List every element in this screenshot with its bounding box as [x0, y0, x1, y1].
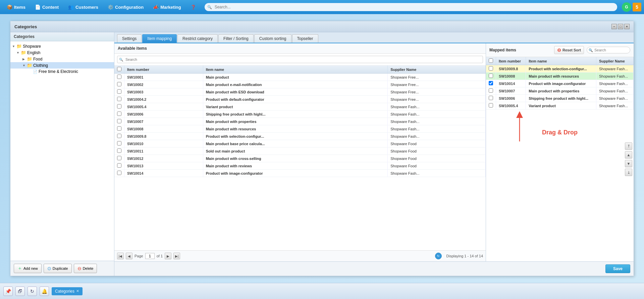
prev-page-button[interactable]: ◀ [126, 253, 132, 259]
move-top-button[interactable]: ⤒ [625, 142, 632, 150]
tab-custom-sorting[interactable]: Custom sorting [254, 34, 291, 43]
user-avatar[interactable]: G [622, 2, 631, 12]
mapped-row-checkbox[interactable] [489, 103, 493, 108]
mapped-item-name: Main product with properties [526, 87, 596, 95]
item-number: SW10010 [124, 140, 203, 147]
categories-sidebar: Categories ▼ 📁 Shopware ▼ 📁 English [10, 32, 114, 276]
tree-item-food[interactable]: ▶ 📁 Food [10, 56, 114, 62]
row-checkbox[interactable] [117, 126, 121, 131]
close-button[interactable]: × [624, 24, 630, 29]
tab-filter-sorting[interactable]: Filter / Sorting [218, 34, 254, 43]
minimize-button[interactable]: − [611, 24, 617, 29]
available-items-search-wrapper [114, 54, 486, 66]
row-checkbox[interactable] [117, 171, 121, 175]
sort-controls: ⤒ ▲ ▼ ⤓ [624, 57, 634, 261]
duplicate-button[interactable]: ⊙ Duplicate [44, 264, 72, 273]
notification-badge[interactable]: 5 [633, 3, 641, 11]
nav-help[interactable]: ❓ [186, 3, 200, 12]
row-checkbox[interactable] [117, 112, 121, 116]
row-checkbox[interactable] [117, 156, 121, 160]
delete-icon: ⊖ [77, 266, 82, 271]
row-checkbox[interactable] [117, 82, 121, 86]
expand-icon-clothing: ▼ [22, 64, 26, 67]
row-checkbox[interactable] [117, 89, 121, 94]
tab-item-mapping[interactable]: Item mapping [142, 34, 177, 43]
available-items-header: Available items [114, 43, 486, 54]
row-checkbox[interactable] [117, 134, 121, 138]
save-button[interactable]: Save [605, 264, 630, 273]
row-checkbox[interactable] [117, 163, 121, 168]
reset-sort-button[interactable]: ⊖ Reset Sort [554, 46, 584, 54]
nav-configuration[interactable]: ⚙️ Configuration [104, 2, 148, 12]
row-checkbox[interactable] [117, 75, 121, 79]
first-page-button[interactable]: |◀ [117, 253, 124, 259]
available-items-panel: Available items [114, 43, 486, 261]
available-item-row: SW10011 Sold out main product Shopware F… [114, 147, 486, 155]
taskbar-window-icon[interactable]: 🗗 [15, 287, 25, 296]
item-number: SW10003 [124, 88, 203, 96]
refresh-button[interactable]: ↻ [435, 253, 442, 259]
item-number: SW10008 [124, 125, 203, 133]
tree-label-freetime: Free time & Electronic [39, 69, 78, 74]
item-number: SW10005.4 [124, 103, 203, 111]
displaying-label: Displaying 1 - 14 of 14 [446, 254, 483, 258]
mapped-item-row: SW10005.4 Variant product Shopware Fash.… [486, 102, 634, 110]
tab-topseller[interactable]: Topseller [292, 34, 318, 43]
expand-icon-freetime: ▶ [29, 70, 32, 73]
tree-label-shopware: Shopware [23, 44, 41, 49]
delete-button[interactable]: ⊖ Delete [74, 264, 97, 273]
tab-restrict-category[interactable]: Restrict category [177, 34, 218, 43]
row-checkbox[interactable] [117, 119, 121, 123]
folder-icon-english: 📁 [21, 50, 26, 55]
mapped-row-checkbox[interactable] [489, 88, 493, 93]
move-down-button[interactable]: ▼ [625, 160, 632, 167]
taskbar-bell-icon[interactable]: 🔔 [40, 287, 49, 296]
select-all-checkbox[interactable] [117, 67, 121, 71]
next-page-button[interactable]: ▶ [165, 253, 171, 259]
mapped-search-input[interactable] [587, 47, 630, 53]
global-search-input[interactable] [205, 3, 617, 11]
item-name: Main product e-mail-notification [203, 81, 388, 88]
item-name: Product with image-configurator [203, 170, 388, 177]
tree-item-freetime[interactable]: ▶ 📄 Free time & Electronic [10, 69, 114, 75]
item-number: SW10011 [124, 147, 203, 155]
row-checkbox[interactable] [117, 141, 121, 145]
nav-content[interactable]: 📄 Content [31, 2, 63, 12]
taskbar-close-icon[interactable]: ✕ [76, 289, 79, 293]
taskbar-refresh-icon[interactable]: ↻ [28, 287, 37, 296]
tree-item-clothing[interactable]: ▼ 📁 Clothing [10, 62, 114, 69]
mapped-item-row: SW10008 Main product with resources Shop… [486, 73, 634, 80]
col-check [114, 66, 124, 74]
available-items-search-input[interactable] [117, 56, 483, 63]
add-label: Add new [23, 266, 38, 270]
tree-item-english[interactable]: ▼ 📁 English [10, 49, 114, 56]
row-checkbox[interactable] [117, 148, 121, 153]
tab-settings[interactable]: Settings [117, 34, 142, 43]
row-checkbox[interactable] [117, 104, 121, 109]
mapped-row-checkbox[interactable] [489, 74, 493, 78]
move-bottom-button[interactable]: ⤓ [625, 169, 632, 176]
del-label: Delete [83, 266, 94, 270]
last-page-button[interactable]: ▶| [173, 253, 180, 259]
row-checkbox[interactable] [117, 97, 121, 101]
add-new-button[interactable]: ＋ Add new [14, 264, 42, 273]
taskbar-pin-icon[interactable]: 📌 [3, 287, 13, 296]
page-input[interactable] [145, 253, 155, 259]
mapped-select-all[interactable] [489, 58, 493, 63]
item-name: Product with default-configurator [203, 96, 388, 103]
tree-item-shopware[interactable]: ▼ 📁 Shopware [10, 43, 114, 49]
nav-items[interactable]: 📦 Items [3, 2, 30, 12]
nav-customers[interactable]: 👥 Customers [64, 2, 102, 12]
nav-marketing[interactable]: 📣 Marketing [149, 2, 185, 12]
maximize-button[interactable]: □ [618, 24, 623, 29]
mapped-row-checkbox[interactable] [489, 66, 493, 71]
mapped-row-checkbox[interactable] [489, 96, 493, 100]
dup-label: Duplicate [53, 266, 68, 270]
mapped-search-icon: 🔍 [589, 48, 593, 52]
mapped-row-checkbox[interactable] [489, 81, 493, 85]
available-item-row: SW10005.4 Variant product Shopware Fash.… [114, 103, 486, 111]
move-up-button[interactable]: ▲ [625, 151, 632, 159]
item-number: SW10001 [124, 74, 203, 81]
taskbar-categories-tab[interactable]: Categories ✕ [52, 287, 83, 295]
reset-sort-label: Reset Sort [562, 48, 581, 52]
